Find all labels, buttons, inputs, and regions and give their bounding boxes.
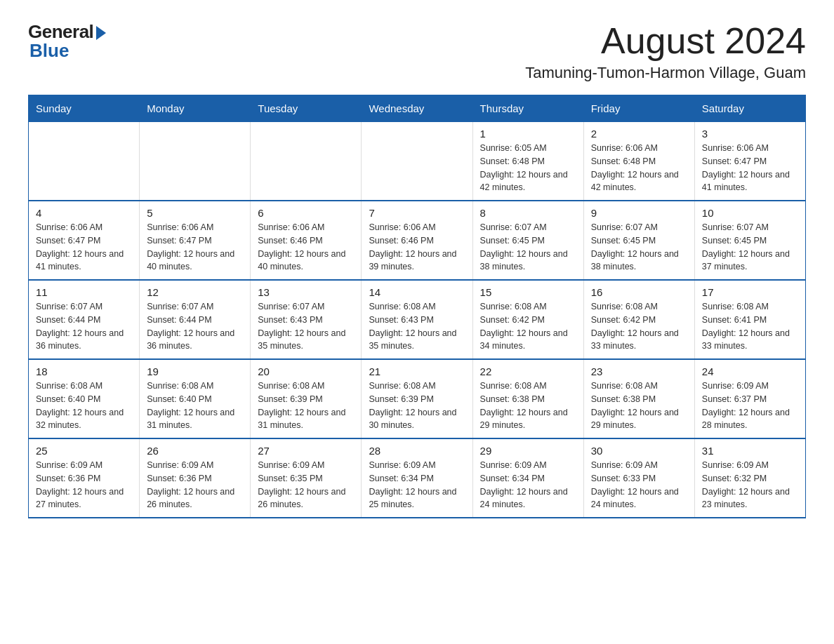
table-row: 27Sunrise: 6:09 AMSunset: 6:35 PMDayligh… bbox=[251, 438, 362, 518]
day-number: 6 bbox=[258, 207, 354, 219]
day-number: 10 bbox=[702, 207, 798, 219]
table-row: 16Sunrise: 6:08 AMSunset: 6:42 PMDayligh… bbox=[583, 280, 694, 359]
day-number: 28 bbox=[369, 445, 465, 457]
table-row bbox=[140, 122, 251, 201]
header-friday: Friday bbox=[583, 95, 694, 122]
logo-blue-text: Blue bbox=[29, 40, 69, 62]
table-row: 3Sunrise: 6:06 AMSunset: 6:47 PMDaylight… bbox=[694, 122, 805, 201]
day-info: Sunrise: 6:08 AMSunset: 6:42 PMDaylight:… bbox=[591, 300, 687, 353]
day-number: 21 bbox=[369, 365, 465, 377]
day-number: 17 bbox=[702, 286, 798, 298]
table-row: 19Sunrise: 6:08 AMSunset: 6:40 PMDayligh… bbox=[140, 359, 251, 438]
day-number: 23 bbox=[591, 365, 687, 377]
table-row: 14Sunrise: 6:08 AMSunset: 6:43 PMDayligh… bbox=[362, 280, 472, 359]
day-info: Sunrise: 6:06 AMSunset: 6:47 PMDaylight:… bbox=[36, 221, 132, 274]
day-info: Sunrise: 6:08 AMSunset: 6:40 PMDaylight:… bbox=[147, 380, 243, 432]
day-info: Sunrise: 6:06 AMSunset: 6:46 PMDaylight:… bbox=[258, 221, 354, 274]
calendar-body: 1Sunrise: 6:05 AMSunset: 6:48 PMDaylight… bbox=[29, 122, 806, 518]
day-number: 26 bbox=[147, 445, 243, 457]
day-info: Sunrise: 6:09 AMSunset: 6:35 PMDaylight:… bbox=[258, 459, 354, 511]
day-info: Sunrise: 6:09 AMSunset: 6:34 PMDaylight:… bbox=[369, 459, 465, 511]
table-row: 24Sunrise: 6:09 AMSunset: 6:37 PMDayligh… bbox=[694, 359, 805, 438]
calendar-header: Sunday Monday Tuesday Wednesday Thursday… bbox=[29, 95, 806, 122]
table-row bbox=[29, 122, 140, 201]
day-info: Sunrise: 6:08 AMSunset: 6:38 PMDaylight:… bbox=[480, 380, 576, 432]
day-number: 25 bbox=[36, 445, 132, 457]
day-number: 5 bbox=[147, 207, 243, 219]
day-number: 31 bbox=[702, 445, 798, 457]
day-number: 2 bbox=[591, 128, 687, 140]
title-block: August 2024 Tamuning-Tumon-Harmon Villag… bbox=[525, 21, 806, 82]
day-info: Sunrise: 6:08 AMSunset: 6:39 PMDaylight:… bbox=[369, 380, 465, 432]
table-row: 5Sunrise: 6:06 AMSunset: 6:47 PMDaylight… bbox=[140, 201, 251, 280]
table-row: 29Sunrise: 6:09 AMSunset: 6:34 PMDayligh… bbox=[472, 438, 583, 518]
day-number: 14 bbox=[369, 286, 465, 298]
day-number: 19 bbox=[147, 365, 243, 377]
table-row: 22Sunrise: 6:08 AMSunset: 6:38 PMDayligh… bbox=[472, 359, 583, 438]
table-row: 4Sunrise: 6:06 AMSunset: 6:47 PMDaylight… bbox=[29, 201, 140, 280]
header-saturday: Saturday bbox=[694, 95, 805, 122]
table-row: 13Sunrise: 6:07 AMSunset: 6:43 PMDayligh… bbox=[251, 280, 362, 359]
day-info: Sunrise: 6:08 AMSunset: 6:43 PMDaylight:… bbox=[369, 300, 465, 353]
table-row: 25Sunrise: 6:09 AMSunset: 6:36 PMDayligh… bbox=[29, 438, 140, 518]
location-title: Tamuning-Tumon-Harmon Village, Guam bbox=[525, 64, 806, 82]
day-info: Sunrise: 6:06 AMSunset: 6:47 PMDaylight:… bbox=[147, 221, 243, 274]
table-row: 6Sunrise: 6:06 AMSunset: 6:46 PMDaylight… bbox=[251, 201, 362, 280]
day-number: 1 bbox=[480, 128, 576, 140]
table-row: 8Sunrise: 6:07 AMSunset: 6:45 PMDaylight… bbox=[472, 201, 583, 280]
day-number: 18 bbox=[36, 365, 132, 377]
day-info: Sunrise: 6:07 AMSunset: 6:43 PMDaylight:… bbox=[258, 300, 354, 353]
table-row: 2Sunrise: 6:06 AMSunset: 6:48 PMDaylight… bbox=[583, 122, 694, 201]
table-row: 10Sunrise: 6:07 AMSunset: 6:45 PMDayligh… bbox=[694, 201, 805, 280]
day-info: Sunrise: 6:09 AMSunset: 6:37 PMDaylight:… bbox=[702, 380, 798, 432]
day-info: Sunrise: 6:08 AMSunset: 6:41 PMDaylight:… bbox=[702, 300, 798, 353]
header-sunday: Sunday bbox=[29, 95, 140, 122]
day-number: 4 bbox=[36, 207, 132, 219]
table-row: 12Sunrise: 6:07 AMSunset: 6:44 PMDayligh… bbox=[140, 280, 251, 359]
day-info: Sunrise: 6:05 AMSunset: 6:48 PMDaylight:… bbox=[480, 142, 576, 194]
day-info: Sunrise: 6:06 AMSunset: 6:48 PMDaylight:… bbox=[591, 142, 687, 194]
day-info: Sunrise: 6:07 AMSunset: 6:45 PMDaylight:… bbox=[591, 221, 687, 274]
day-number: 7 bbox=[369, 207, 465, 219]
day-number: 3 bbox=[702, 128, 798, 140]
day-info: Sunrise: 6:07 AMSunset: 6:45 PMDaylight:… bbox=[480, 221, 576, 274]
day-info: Sunrise: 6:07 AMSunset: 6:44 PMDaylight:… bbox=[36, 300, 132, 353]
day-info: Sunrise: 6:09 AMSunset: 6:33 PMDaylight:… bbox=[591, 459, 687, 511]
day-info: Sunrise: 6:09 AMSunset: 6:34 PMDaylight:… bbox=[480, 459, 576, 511]
day-info: Sunrise: 6:07 AMSunset: 6:44 PMDaylight:… bbox=[147, 300, 243, 353]
day-number: 30 bbox=[591, 445, 687, 457]
day-info: Sunrise: 6:09 AMSunset: 6:36 PMDaylight:… bbox=[36, 459, 132, 511]
day-number: 22 bbox=[480, 365, 576, 377]
day-number: 9 bbox=[591, 207, 687, 219]
day-info: Sunrise: 6:08 AMSunset: 6:39 PMDaylight:… bbox=[258, 380, 354, 432]
day-number: 8 bbox=[480, 207, 576, 219]
table-row: 21Sunrise: 6:08 AMSunset: 6:39 PMDayligh… bbox=[362, 359, 472, 438]
logo: General Blue bbox=[28, 21, 106, 62]
day-info: Sunrise: 6:09 AMSunset: 6:36 PMDaylight:… bbox=[147, 459, 243, 511]
day-number: 11 bbox=[36, 286, 132, 298]
table-row: 18Sunrise: 6:08 AMSunset: 6:40 PMDayligh… bbox=[29, 359, 140, 438]
day-number: 16 bbox=[591, 286, 687, 298]
day-info: Sunrise: 6:08 AMSunset: 6:42 PMDaylight:… bbox=[480, 300, 576, 353]
table-row bbox=[251, 122, 362, 201]
day-number: 15 bbox=[480, 286, 576, 298]
day-number: 13 bbox=[258, 286, 354, 298]
day-info: Sunrise: 6:07 AMSunset: 6:45 PMDaylight:… bbox=[702, 221, 798, 274]
table-row: 7Sunrise: 6:06 AMSunset: 6:46 PMDaylight… bbox=[362, 201, 472, 280]
day-number: 27 bbox=[258, 445, 354, 457]
day-number: 20 bbox=[258, 365, 354, 377]
day-info: Sunrise: 6:06 AMSunset: 6:47 PMDaylight:… bbox=[702, 142, 798, 194]
page-header: General Blue August 2024 Tamuning-Tumon-… bbox=[28, 21, 806, 82]
month-year-title: August 2024 bbox=[525, 21, 806, 61]
table-row: 23Sunrise: 6:08 AMSunset: 6:38 PMDayligh… bbox=[583, 359, 694, 438]
header-thursday: Thursday bbox=[472, 95, 583, 122]
day-info: Sunrise: 6:09 AMSunset: 6:32 PMDaylight:… bbox=[702, 459, 798, 511]
header-tuesday: Tuesday bbox=[251, 95, 362, 122]
day-info: Sunrise: 6:08 AMSunset: 6:38 PMDaylight:… bbox=[591, 380, 687, 432]
logo-arrow-icon bbox=[96, 26, 106, 40]
header-wednesday: Wednesday bbox=[362, 95, 472, 122]
table-row bbox=[362, 122, 472, 201]
table-row: 9Sunrise: 6:07 AMSunset: 6:45 PMDaylight… bbox=[583, 201, 694, 280]
table-row: 15Sunrise: 6:08 AMSunset: 6:42 PMDayligh… bbox=[472, 280, 583, 359]
day-info: Sunrise: 6:06 AMSunset: 6:46 PMDaylight:… bbox=[369, 221, 465, 274]
